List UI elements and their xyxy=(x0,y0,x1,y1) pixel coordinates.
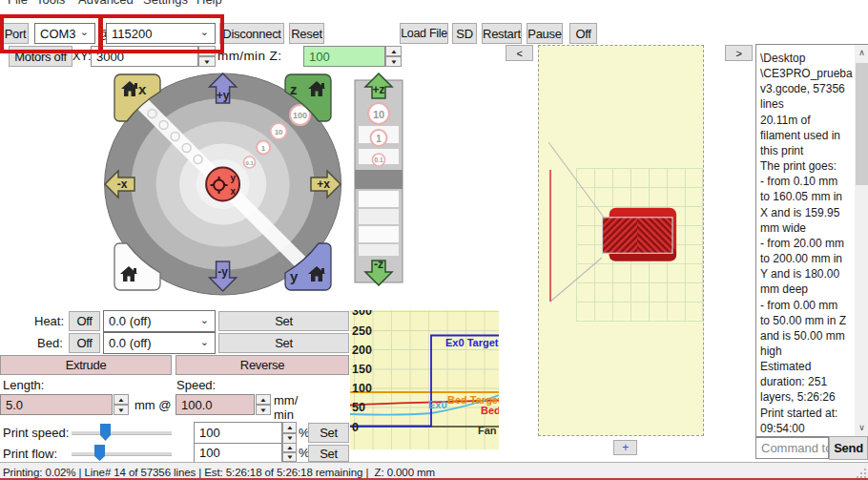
svg-text:x: x xyxy=(138,81,147,97)
svg-text:+y: +y xyxy=(217,89,230,102)
svg-text:300: 300 xyxy=(352,310,372,318)
svg-text:50: 50 xyxy=(352,401,365,414)
svg-text:0.1: 0.1 xyxy=(374,157,382,163)
svg-text:1: 1 xyxy=(376,134,382,144)
svg-text:-z: -z xyxy=(374,258,383,271)
svg-text:Ex0 Target: Ex0 Target xyxy=(445,337,499,348)
svg-text:200: 200 xyxy=(352,344,372,357)
svg-text:Bed: Bed xyxy=(481,405,499,416)
svg-text:Ex0: Ex0 xyxy=(428,399,447,410)
svg-text:100: 100 xyxy=(293,111,307,120)
svg-text:z: z xyxy=(290,81,298,97)
svg-text:250: 250 xyxy=(352,324,372,338)
svg-text:y: y xyxy=(290,268,299,284)
svg-text:0: 0 xyxy=(352,421,359,434)
svg-text:-x: -x xyxy=(117,177,128,191)
svg-text:10: 10 xyxy=(275,128,283,136)
svg-text:0.1: 0.1 xyxy=(245,160,254,166)
svg-text:150: 150 xyxy=(352,363,372,376)
svg-text:x: x xyxy=(231,186,237,197)
svg-text:+x: +x xyxy=(317,177,330,191)
svg-text:-y: -y xyxy=(217,265,228,279)
svg-text:Fan: Fan xyxy=(478,425,497,436)
svg-text:y: y xyxy=(231,173,237,183)
svg-text:100: 100 xyxy=(352,382,372,395)
svg-text:1: 1 xyxy=(261,144,266,153)
svg-text:10: 10 xyxy=(373,109,384,120)
svg-text:+z: +z xyxy=(372,83,384,96)
